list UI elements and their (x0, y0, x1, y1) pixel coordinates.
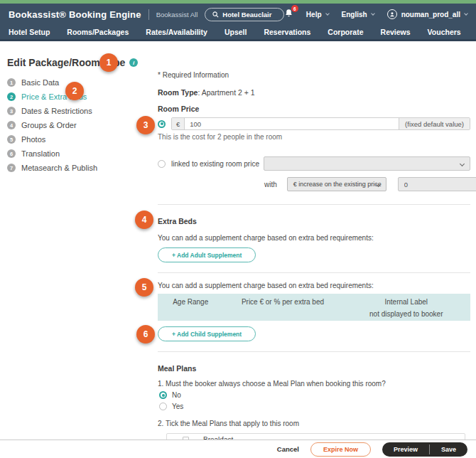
save-button[interactable]: Save (430, 442, 467, 457)
section-divider (158, 272, 470, 273)
language-menu[interactable]: English (342, 11, 374, 18)
fixed-price-option-row: € (fixed default value) (158, 117, 470, 130)
meal-plan-question-2: 2. Tick the Meal Plans that apply to thi… (158, 420, 470, 427)
cancel-button[interactable]: Cancel (277, 445, 299, 453)
adjustment-amount-input[interactable] (398, 177, 476, 191)
child-supplement-table-header: Age Range Price € or % per extra bed Int… (158, 294, 470, 321)
step-number-badge: 7 (7, 164, 16, 172)
section-divider (158, 204, 470, 205)
room-price-input[interactable] (185, 118, 399, 129)
price-adjustment-row: with € increase on the existing price (264, 177, 470, 191)
step-number-badge: 1 (7, 78, 16, 87)
annotation-badge-6: 6 (136, 325, 155, 344)
notifications-button[interactable]: 6 (284, 8, 293, 21)
annotation-badge-4: 4 (135, 211, 153, 229)
step-number-badge: 5 (7, 135, 16, 144)
step-number-badge: 6 (7, 149, 16, 158)
adult-supplement-hint: You can add a supplement charge based on… (158, 234, 470, 242)
linked-price-option-row: linked to existing room price (158, 156, 470, 171)
fixed-default-value-suffix: (fixed default value) (399, 118, 470, 129)
meal-plan-yes-option[interactable]: Yes (159, 403, 470, 410)
notification-count-badge: 6 (291, 5, 298, 12)
nav-hotel-setup[interactable]: Hotel Setup (9, 28, 50, 36)
header-right-group: 6 Help English nouman_prod_all (284, 8, 467, 21)
search-icon (212, 11, 219, 18)
info-icon[interactable]: i (129, 58, 138, 67)
chevron-down-icon (325, 11, 330, 16)
annotation-badge-1: 1 (99, 53, 118, 72)
username-label: nouman_prod_all (401, 11, 460, 18)
price-help-text: This is the cost for 2 people in the roo… (158, 133, 470, 141)
user-avatar-icon (387, 9, 397, 19)
top-header-bar: Bookassist® Booking Engine Bookassist Al… (0, 4, 476, 25)
section-divider (158, 351, 470, 352)
main-navigation: Hotel Setup Rooms/Packages Rates/Availab… (0, 25, 476, 41)
nav-vouchers[interactable]: Vouchers (428, 28, 461, 36)
form-main-panel: * Required Information Room Type: Apartm… (158, 41, 470, 458)
expire-now-button[interactable]: Expire Now (310, 442, 371, 457)
nav-rooms-packages[interactable]: Rooms/Packages (67, 28, 129, 36)
add-adult-supplement-button[interactable]: + Add Adult Supplement (158, 247, 256, 262)
with-label: with (264, 181, 277, 188)
content-area: Edit Package/Room Type i 1 Basic Data 2 … (0, 41, 476, 458)
step-photos[interactable]: 5 Photos (7, 135, 158, 144)
preview-save-group: Preview Save (382, 442, 467, 457)
annotation-badge-5: 5 (135, 278, 153, 297)
page: Bookassist® Booking Engine Bookassist Al… (0, 0, 476, 458)
nav-reviews[interactable]: Reviews (381, 28, 411, 36)
wizard-sidebar: Edit Package/Room Type i 1 Basic Data 2 … (7, 41, 158, 458)
yes-radio[interactable] (159, 403, 167, 410)
nav-upsell[interactable]: Upsell (225, 28, 247, 36)
price-input-group: € (fixed default value) (171, 117, 470, 130)
hotel-search-box[interactable] (205, 8, 284, 21)
add-child-supplement-button[interactable]: + Add Child Supplement (158, 326, 256, 341)
room-price-label: Room Price (158, 105, 470, 113)
adjustment-type-select[interactable]: € increase on the existing price (287, 177, 386, 191)
required-information-note: * Required Information (158, 71, 470, 79)
chevron-down-icon (371, 11, 375, 16)
room-type-line: Room Type: Apartment 2 + 1 (158, 88, 470, 97)
no-radio[interactable] (159, 391, 167, 399)
linked-room-select[interactable] (264, 156, 470, 171)
step-number-badge: 3 (7, 107, 16, 115)
step-number-badge: 2 (7, 92, 16, 101)
nav-corporate[interactable]: Corporate (328, 28, 363, 36)
internal-label-column-header: Internal Label not displayed to booker (342, 298, 470, 318)
meal-plans-title: Meal Plans (158, 364, 470, 373)
app-logo: Bookassist® Booking Engine (9, 9, 141, 20)
step-metasearch-publish[interactable]: 7 Metasearch & Publish (7, 164, 158, 172)
annotation-badge-2: 2 (65, 82, 84, 100)
fixed-price-radio[interactable] (158, 120, 166, 128)
step-groups-order[interactable]: 4 Groups & Order (7, 121, 158, 129)
chevron-down-icon (460, 161, 465, 166)
footer-action-bar: Cancel Expire Now Preview Save (0, 440, 476, 458)
preview-button[interactable]: Preview (382, 442, 429, 457)
help-menu[interactable]: Help (306, 11, 329, 18)
step-dates-restrictions[interactable]: 3 Dates & Restrictions (7, 107, 158, 115)
price-column-header: Price € or % per extra bed (223, 298, 342, 318)
step-translation[interactable]: 6 Translation (7, 149, 158, 158)
child-supplement-hint: You can add a supplement charge based on… (158, 282, 470, 289)
chevron-down-icon (464, 11, 468, 16)
search-input[interactable] (222, 11, 276, 18)
extra-beds-title: Extra Beds (158, 217, 470, 225)
step-number-badge: 4 (7, 121, 16, 129)
header-divider (148, 9, 149, 20)
currency-prefix: € (172, 118, 185, 129)
environment-label: Bookassist All (156, 11, 198, 18)
age-range-column-header: Age Range (158, 298, 223, 318)
nav-rates-availability[interactable]: Rates/Availability (146, 28, 207, 36)
meal-plan-question-1: 1. Must the booker always choose a Meal … (158, 380, 470, 388)
meal-plan-no-option[interactable]: No (159, 391, 470, 399)
linked-price-label: linked to existing room price (171, 160, 264, 168)
annotation-badge-3: 3 (136, 116, 155, 134)
linked-price-radio[interactable] (158, 160, 166, 168)
user-menu[interactable]: nouman_prod_all (387, 9, 467, 19)
nav-reservations[interactable]: Reservations (264, 28, 310, 36)
